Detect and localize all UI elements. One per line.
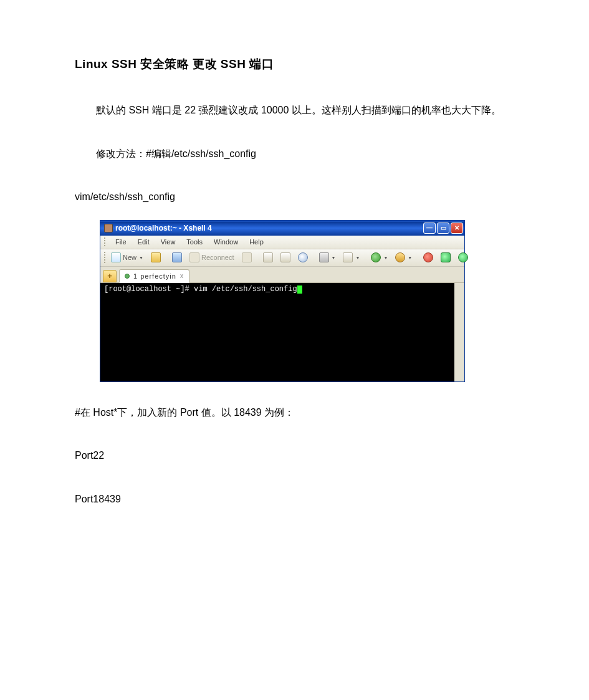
session-tab[interactable]: 1 perfectyin x	[119, 269, 189, 283]
reconnect-label: Reconnect	[201, 254, 234, 261]
page-title: Linux SSH 安全策略 更改 SSH 端口	[75, 56, 514, 72]
new-icon	[111, 252, 121, 262]
terminal[interactable]: [root@localhost ~]# vim /etc/ssh/ssh_con…	[100, 283, 464, 381]
command-vim: vim/etc/ssh/ssh_config	[75, 184, 514, 210]
tool-green2-button[interactable]	[455, 251, 471, 264]
connect-button[interactable]	[169, 251, 185, 264]
new-label: New	[123, 254, 136, 261]
titlebar: root@localhost:~ - Xshell 4 — ▭ ✕	[100, 221, 464, 236]
chevron-down-icon: ▼	[332, 256, 336, 260]
cursor	[297, 285, 302, 294]
new-button[interactable]: New ▼	[108, 251, 146, 264]
minimize-button[interactable]: —	[423, 223, 436, 234]
copy-button[interactable]	[260, 251, 276, 264]
menu-window[interactable]: Window	[209, 237, 243, 247]
menu-view[interactable]: View	[156, 237, 181, 247]
options-button[interactable]: ▼	[392, 251, 415, 264]
search-icon	[298, 252, 308, 262]
web-button[interactable]: ▼	[368, 251, 391, 264]
menu-edit[interactable]: Edit	[133, 237, 155, 247]
globe-icon	[371, 252, 381, 262]
paragraph-intro: 默认的 SSH 端口是 22 强烈建议改成 10000 以上。这样别人扫描到端口…	[75, 97, 514, 123]
green-dot-icon	[458, 252, 468, 262]
reconnect-button[interactable]: Reconnect	[186, 251, 237, 264]
menubar: File Edit View Tools Window Help	[100, 236, 464, 249]
toolbar-handle	[104, 252, 105, 263]
gear-icon	[395, 252, 405, 262]
color-button[interactable]: ▼	[340, 251, 363, 264]
document-page: Linux SSH 安全策略 更改 SSH 端口 默认的 SSH 端口是 22 …	[0, 0, 589, 547]
disconnect-button[interactable]	[239, 251, 255, 264]
menubar-handle	[104, 237, 107, 246]
chevron-down-icon: ▼	[408, 256, 412, 260]
status-dot-icon	[125, 274, 130, 279]
green-square-icon	[441, 252, 451, 262]
menu-help[interactable]: Help	[244, 237, 269, 247]
tool-red-button[interactable]	[420, 251, 436, 264]
xshell-window: root@localhost:~ - Xshell 4 — ▭ ✕ File E…	[100, 220, 465, 382]
titlebar-text: root@localhost:~ - Xshell 4	[115, 224, 212, 233]
add-tab-button[interactable]: +	[103, 270, 117, 282]
tab-label: 1 perfectyin	[133, 272, 176, 280]
tab-bar: + 1 perfectyin x	[100, 267, 464, 283]
link-icon	[172, 252, 182, 262]
menu-tools[interactable]: Tools	[181, 237, 208, 247]
paragraph-method: 修改方法：#编辑/etc/ssh/ssh_config	[75, 141, 514, 167]
print-icon	[319, 252, 329, 262]
paragraph-hostnote: #在 Host*下，加入新的 Port 值。以 18439 为例：	[75, 400, 514, 426]
terminal-prompt: [root@localhost ~]#	[104, 285, 194, 294]
chevron-down-icon: ▼	[355, 256, 360, 260]
terminal-command: vim /etc/ssh/ssh_config	[194, 285, 297, 294]
app-icon	[104, 224, 113, 233]
menu-file[interactable]: File	[110, 237, 132, 247]
disconnect-icon	[242, 252, 252, 262]
paste-icon	[280, 252, 290, 262]
red-dot-icon	[423, 252, 433, 262]
copy-icon	[263, 252, 273, 262]
window-buttons: — ▭ ✕	[423, 223, 463, 234]
chevron-down-icon: ▼	[383, 256, 388, 260]
open-button[interactable]	[148, 251, 164, 264]
paste-button[interactable]	[277, 251, 294, 264]
tab-close-icon[interactable]: x	[180, 272, 184, 279]
folder-icon	[151, 252, 161, 262]
palette-icon	[343, 252, 353, 262]
print-button[interactable]: ▼	[316, 251, 339, 264]
reconnect-icon	[189, 252, 199, 262]
toolbar: New ▼ Reconnect ▼ ▼ ▼ ▼	[100, 249, 464, 267]
find-button[interactable]	[295, 251, 311, 264]
chevron-down-icon: ▼	[139, 256, 143, 260]
maximize-button[interactable]: ▭	[437, 223, 449, 234]
tool-green1-button[interactable]	[438, 251, 454, 264]
config-port22: Port22	[75, 443, 514, 469]
close-button[interactable]: ✕	[451, 223, 463, 234]
scrollbar-thumb[interactable]	[454, 283, 464, 295]
config-port18439: Port18439	[75, 486, 514, 512]
